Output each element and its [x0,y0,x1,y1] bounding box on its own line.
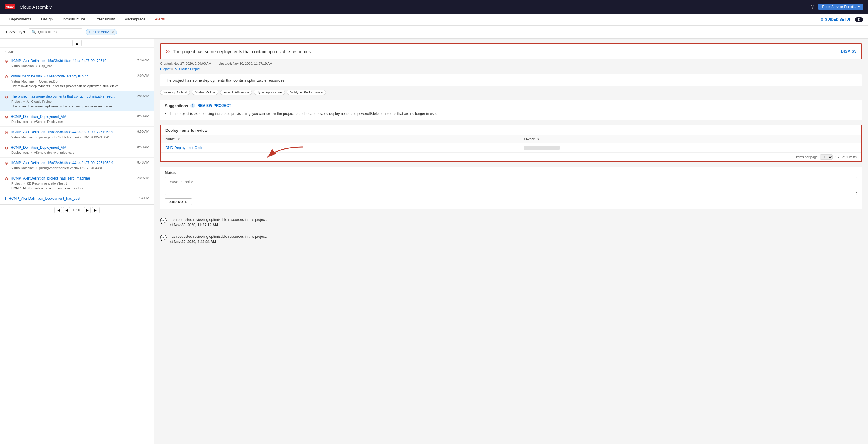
suggestions-header: Suggestions 1 REVIEW PROJECT [165,103,857,108]
add-note-button[interactable]: ADD NOTE [165,198,192,205]
alert-title: The project has some deployments that co… [11,94,135,99]
items-per-page-select[interactable]: 10 25 50 [820,154,833,160]
notes-title: Notes [165,170,857,175]
guided-setup-icon: ⊞ [820,18,824,22]
alert-meta: Created: Nov 27, 2020, 2:00:00 AM | Upda… [160,62,862,65]
tag-impact: Impact: Efficiency [220,90,252,95]
alert-title: HCMP_Definition_Deployment_VM [11,145,135,150]
activity-icon: 💬 [160,217,167,228]
alert-item[interactable]: ⊘ Virtual machine disk I/O read/write la… [0,71,154,91]
items-per-page-row: Items per page 10 25 50 1 - 1 of 1 items [161,152,862,161]
next-page-button[interactable]: ▶ [84,207,91,213]
error-icon: ⊘ [5,74,8,79]
activity-text: has requested reviewing optimizable reso… [169,217,267,222]
total-pages: 13 [78,208,81,212]
first-page-button[interactable]: |◀ [54,207,62,213]
alert-time: 8:50 AM [137,145,149,149]
top-nav: vmw Cloud Assembly ? Price Service Funct… [0,0,868,13]
alert-time: 2:09 AM [137,74,149,78]
meta-created: Created: Nov 27, 2020, 2:00:00 AM [160,62,211,65]
error-icon: ⊘ [5,161,8,166]
tag-severity: Severity: Critical [160,90,190,95]
alert-time: 8:50 AM [137,114,149,118]
menu-bar: Deployments Design Infrastructure Extens… [0,13,868,26]
alert-item[interactable]: ℹ HCMP_AlertDefinition_Deployment_has_co… [0,193,154,205]
alert-title: HCMP_AlertDefinition_15a83e3d-fdae-44ba-… [11,58,135,63]
menu-item-deployments[interactable]: Deployments [5,14,36,24]
notes-section: Notes ADD NOTE [160,167,862,209]
deployments-box-title: Deployments to review [161,125,862,133]
activity-content: has requested reviewing optimizable reso… [169,217,267,228]
alert-time: 2:00 AM [137,94,149,98]
dark-mode-toggle[interactable]: D [855,17,863,22]
review-project-button[interactable]: REVIEW PROJECT [197,103,231,108]
info-icon: ℹ [5,197,6,201]
prev-page-button[interactable]: ◀ [63,207,70,213]
last-page-button[interactable]: ▶| [92,207,100,213]
error-icon: ⊘ [5,59,8,63]
description-text: The project has some deployments that co… [165,78,857,83]
suggestions-section: Suggestions 1 REVIEW PROJECT If the proj… [160,100,862,120]
notes-textarea[interactable] [165,177,857,195]
alert-item[interactable]: ⊘ HCMP_AlertDefinition_project_has_zero_… [0,173,154,193]
alert-item[interactable]: ⊘ HCMP_Definition_Deployment_VM 8:50 AM … [0,142,154,157]
quick-filters-search[interactable]: 🔍 [29,29,82,35]
status-badge-close[interactable]: × [112,30,114,34]
scroll-up-button[interactable]: ▲ [72,40,82,46]
activity-time: at Nov 30, 2020, 11:27:19 AM [169,223,218,227]
chevron-down-icon: ▾ [24,30,25,34]
alert-sub: Project » KB Recommendation Test 1 [5,182,149,185]
top-nav-right: ? Price Service Functi... ▾ [811,4,863,10]
alert-item[interactable]: ⊘ HCMP_Definition_Deployment_VM 8:50 AM … [0,111,154,127]
alert-sub: Project » All Clouds Project [5,100,149,103]
project-label: Project [160,67,170,71]
menu-item-extensibility[interactable]: Extensibility [90,14,119,24]
menu-item-infrastructure[interactable]: Infrastructure [58,14,89,24]
alert-item[interactable]: ⊘ HCMP_AlertDefinition_15a83e3d-fdae-44b… [0,157,154,173]
activity-content: has requested reviewing optimizable reso… [169,234,267,244]
severity-filter-button[interactable]: ▼ Severity ▾ [5,30,25,34]
alert-item-selected[interactable]: ⊘ The project has some deployments that … [0,91,154,111]
project-link[interactable]: All Clouds Project [175,67,200,71]
alert-title: Virtual machine disk I/O read/write late… [11,74,135,79]
meta-separator: | [215,62,216,65]
menu-item-marketplace[interactable]: Marketplace [120,14,150,24]
menu-item-design[interactable]: Design [37,14,57,24]
alert-item[interactable]: ⊘ HCMP_AlertDefinition_15a83e3d-fdae-44b… [0,56,154,71]
activity-item: 💬 has requested reviewing optimizable re… [160,214,862,231]
scroll-top-area: ▲ [0,38,154,48]
alert-time: 7:04 PM [137,196,149,200]
user-menu-button[interactable]: Price Service Functi... ▾ [818,4,863,10]
tag-status: Status: Active [192,90,218,95]
alert-project-breadcrumb: Project » All Clouds Project [160,66,862,71]
alert-item[interactable]: ⊘ HCMP_AlertDefinition_15a83e3d-fdae-44b… [0,127,154,142]
activity-text: has requested reviewing optimizable reso… [169,234,267,239]
deployments-to-review-box: Deployments to review Name ▼ Owner ▼ [160,125,862,162]
guided-setup-link[interactable]: ⊞ GUIDED SETUP [820,18,851,22]
quick-filters-input[interactable] [38,30,80,34]
breadcrumb-arrow: » [172,66,175,71]
alert-sub: Virtual Machine » Oversized10 [5,80,149,83]
help-icon[interactable]: ? [811,4,814,10]
menu-item-alerts[interactable]: Alerts [151,14,169,24]
tags-row: Severity: Critical Status: Active Impact… [160,90,862,95]
owner-filter-icon[interactable]: ▼ [537,138,540,141]
deployment-link[interactable]: DND-Deployment-Gerin [165,146,203,150]
alert-title: HCMP_AlertDefinition_15a83e3d-fdae-44ba-… [11,130,135,135]
dismiss-button[interactable]: DISMISS [841,49,857,53]
items-count-label: 1 - 1 of 1 items [835,155,857,159]
user-label: Price Service Functi... [822,5,857,9]
name-filter-icon[interactable]: ▼ [177,138,180,141]
status-badge-label: Status: Active [89,30,111,34]
menu-right: ⊞ GUIDED SETUP D [820,17,863,22]
pagination: |◀ ◀ 1 / 13 ▶ ▶| [0,205,154,215]
meta-updated: Updated: Nov 30, 2020, 11:27:19 AM [219,62,272,65]
activity-time: at Nov 30, 2020, 2:42:24 AM [169,240,216,244]
suggestion-item: If the project is experiencing increased… [165,111,857,116]
error-icon: ⊘ [5,176,8,181]
main-layout: ▲ Older ⊘ HCMP_AlertDefinition_15a83e3d-… [0,38,868,444]
owner-placeholder [524,146,560,150]
suggestions-title: Suggestions [165,103,188,108]
left-panel: ▲ Older ⊘ HCMP_AlertDefinition_15a83e3d-… [0,38,154,444]
alert-error-icon: ⊘ [165,48,170,55]
